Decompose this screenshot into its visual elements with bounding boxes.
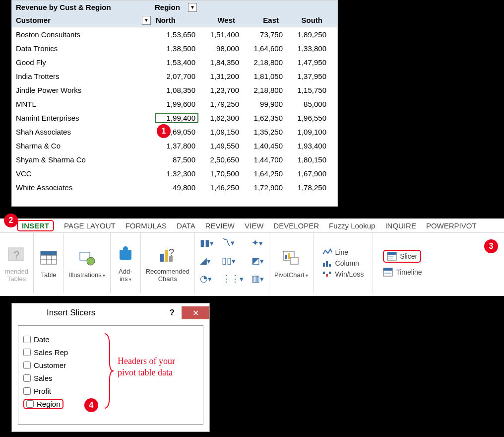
illustrations-button[interactable]: Illustrations [64,233,111,293]
cell[interactable]: 1,08,350 [155,86,198,94]
bar-chart-icon[interactable]: ▮▮▾ [200,237,214,253]
combo-chart-icon[interactable]: ▥▾ [252,273,264,289]
cell[interactable]: 1,99,600 [155,100,198,108]
row-name[interactable]: Sharma & Co [12,142,155,150]
tab-developer[interactable]: DEVELOPER [268,220,324,231]
row-name[interactable]: White Associates [12,183,155,192]
tab-data[interactable]: DATA [172,220,200,231]
cell[interactable]: 1,96,550 [286,114,329,122]
cell[interactable]: 1,93,400 [286,142,329,150]
checkbox-date[interactable] [23,336,31,343]
cell[interactable]: 1,51,400 [198,30,242,39]
row-name[interactable]: Shyam & Sharma Co [12,155,155,164]
cell[interactable]: 1,84,350 [198,58,242,67]
row-name[interactable]: MNTL [12,100,155,108]
help-icon[interactable]: ? [170,308,175,318]
cell[interactable]: 1,37,800 [155,142,198,150]
cell[interactable]: 87,500 [155,155,198,164]
cell[interactable]: 1,70,500 [198,169,242,178]
cell[interactable]: 1,81,050 [242,72,286,80]
cell[interactable]: 1,38,500 [155,44,198,53]
timeline-button[interactable]: Timeline [383,268,422,277]
recommended-charts-button[interactable]: ? Recommended Charts [141,233,195,293]
cell[interactable]: 2,50,650 [198,155,242,164]
checkbox-sales-rep[interactable] [23,349,31,356]
cell[interactable]: 1,79,250 [198,100,242,108]
cell[interactable]: 1,09,150 [198,128,242,136]
cell[interactable]: 1,80,150 [286,155,329,164]
surface-chart-icon[interactable]: ◩▾ [252,255,264,271]
cell[interactable]: 1,46,250 [198,183,242,192]
cell[interactable]: 1,44,700 [242,155,286,164]
cell[interactable]: 85,000 [286,100,329,108]
tab-powerpivot[interactable]: POWERPIVOT [421,220,482,231]
cell[interactable]: 49,800 [155,183,198,192]
row-name[interactable]: Good Fly [12,58,155,67]
sparkline-winloss-button[interactable]: Win/Loss [322,270,364,278]
sparkline-line-button[interactable]: Line [322,248,348,256]
checkbox-customer[interactable] [23,362,31,369]
cell[interactable]: 99,900 [242,100,286,108]
row-name[interactable]: Boston Consultants [12,30,155,39]
tab-formulas[interactable]: FORMULAS [121,220,172,231]
cell[interactable]: 1,62,300 [198,114,242,122]
cell[interactable]: 1,99,400 [155,113,198,123]
column-chart-icon[interactable]: ▯▯▾ [222,255,244,271]
cell[interactable]: 1,64,600 [242,44,286,53]
cell[interactable]: 1,37,950 [286,72,329,80]
row-name[interactable]: Data Tronics [12,44,155,53]
cell[interactable]: 1,67,900 [286,169,329,178]
cell[interactable]: 1,33,800 [286,44,329,53]
addins-button[interactable]: Add- ins [111,233,141,293]
region-header: Region [151,2,184,12]
row-name[interactable]: Jindle Power Works [12,86,155,94]
cell[interactable]: 98,000 [198,44,242,53]
pivotchart-button[interactable]: PivotChart [269,233,314,293]
cell[interactable]: 1,23,700 [198,86,242,94]
cell[interactable]: 1,62,350 [242,114,286,122]
customer-filter-dropdown[interactable]: ▼ [142,16,151,25]
tab-fuzzy-lookup[interactable]: Fuzzy Lookup [324,220,380,231]
cell[interactable]: 2,18,800 [242,86,286,94]
cell[interactable]: 1,49,550 [198,142,242,150]
cell[interactable]: 73,750 [242,30,286,39]
cell[interactable]: 2,18,800 [242,58,286,67]
pie-chart-icon[interactable]: ◔▾ [200,273,214,289]
close-button[interactable]: ✕ [182,306,209,319]
cell[interactable]: 1,40,450 [242,142,286,150]
stock-chart-icon[interactable]: ✦▾ [252,237,264,253]
area-chart-icon[interactable]: ◢▾ [200,255,214,271]
sparkline-column-button[interactable]: Column [322,259,359,267]
tab-review[interactable]: REVIEW [200,220,240,231]
cell[interactable]: 1,15,750 [286,86,329,94]
line-chart-icon[interactable]: 〽▾ [222,237,244,253]
slicer-button[interactable]: Slicer [383,250,421,263]
tab-view[interactable]: VIEW [240,220,268,231]
cell[interactable]: 1,31,200 [198,72,242,80]
cell[interactable]: 1,53,650 [155,30,198,39]
row-name[interactable]: India Trotters [12,72,155,80]
cell[interactable]: 1,47,950 [286,58,329,67]
region-filter-dropdown[interactable]: ▼ [188,3,197,12]
tab-insert[interactable]: INSERT [12,220,59,231]
table-button[interactable]: Table [34,233,64,293]
cell[interactable]: 1,35,250 [242,128,286,136]
cell[interactable]: 1,64,250 [242,169,286,178]
cell[interactable]: 1,53,400 [155,58,198,67]
cell[interactable]: 1,09,100 [286,128,329,136]
cell[interactable]: 1,89,250 [286,30,329,39]
cell[interactable]: 1,78,250 [286,183,329,192]
row-name[interactable]: Shah Associates [12,128,155,136]
checkbox-profit[interactable] [23,387,31,395]
row-name[interactable]: VCC [12,169,155,178]
recommended-tables-button[interactable]: ? mended Tables [0,233,34,293]
tab-page-layout[interactable]: PAGE LAYOUT [59,220,121,231]
checkbox-region[interactable] [26,400,34,408]
cell[interactable]: 1,32,300 [155,169,198,178]
scatter-chart-icon[interactable]: ⋮⋮▾ [222,273,244,289]
cell[interactable]: 1,72,900 [242,183,286,192]
cell[interactable]: 2,07,700 [155,72,198,80]
row-name[interactable]: Namint Enterprises [12,114,155,122]
checkbox-sales[interactable] [23,374,31,382]
tab-inquire[interactable]: INQUIRE [380,220,421,231]
